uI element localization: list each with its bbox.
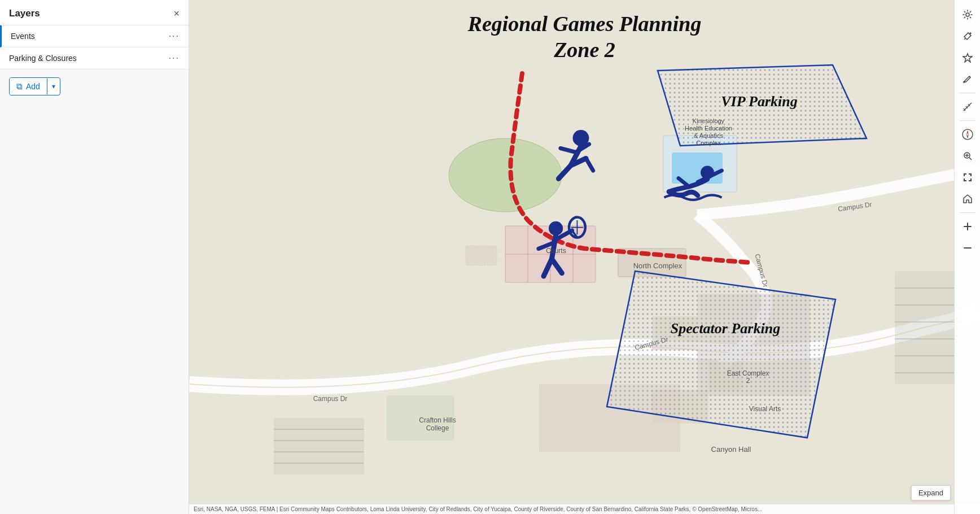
settings-button[interactable]: [957, 5, 978, 25]
tools-button[interactable]: [957, 26, 978, 46]
svg-rect-15: [466, 246, 497, 265]
add-layer-button[interactable]: ⧉ Add: [10, 78, 47, 95]
layer-label-events: Events: [11, 32, 35, 41]
layer-menu-events[interactable]: ···: [169, 31, 180, 41]
attribution-text: Esri, NASA, NGA, USGS, FEMA | Esri Commu…: [194, 506, 762, 512]
settings-icon: [963, 10, 973, 20]
plus-icon: [963, 221, 973, 232]
add-area: ⧉ Add ▾: [0, 69, 189, 103]
svg-text:2: 2: [746, 377, 750, 385]
zoom-plus-button[interactable]: [957, 216, 978, 237]
attribution-bar: Esri, NASA, NGA, USGS, FEMA | Esri Commu…: [189, 504, 980, 514]
measure-button[interactable]: [957, 97, 978, 117]
zoom-icon: [963, 151, 973, 161]
svg-text:Canyon Hall: Canyon Hall: [711, 445, 751, 454]
svg-line-70: [964, 38, 965, 40]
svg-text:Visual Arts: Visual Arts: [749, 405, 781, 413]
svg-text:VIP Parking: VIP Parking: [721, 93, 798, 110]
star-icon: [963, 53, 973, 63]
add-button-group: ⧉ Add ▾: [9, 77, 60, 95]
home-icon: [963, 194, 973, 204]
svg-text:Kinesiology: Kinesiology: [693, 117, 725, 124]
edit-button[interactable]: [957, 69, 978, 89]
svg-line-33: [561, 148, 576, 152]
svg-text:Spectator Parking: Spectator Parking: [671, 320, 780, 337]
expand-button[interactable]: Expand: [911, 485, 951, 500]
svg-point-1: [449, 138, 562, 212]
layer-item-events[interactable]: Events ···: [0, 25, 189, 47]
svg-text:Complex: Complex: [696, 140, 721, 146]
toolbar-separator-1: [960, 93, 975, 93]
svg-text:College: College: [426, 424, 449, 432]
map-svg: VIP Parking Spectator Parking Kinesiolog…: [189, 0, 980, 514]
sidebar: Layers × Events ··· Parking & Closures ·…: [0, 0, 189, 514]
compass-icon: [961, 128, 974, 141]
right-toolbar: [954, 0, 980, 514]
fullscreen-button[interactable]: [957, 167, 978, 188]
svg-line-37: [586, 158, 593, 171]
svg-text:North Complex: North Complex: [633, 262, 683, 270]
svg-marker-71: [963, 54, 972, 62]
measure-icon: [963, 102, 973, 112]
svg-text:Campus Dr: Campus Dr: [837, 201, 872, 213]
svg-point-69: [966, 13, 969, 16]
fullscreen-icon: [963, 172, 973, 182]
svg-text:& Aquatics: & Aquatics: [694, 132, 723, 139]
zoom-in-button[interactable]: [957, 146, 978, 166]
sidebar-title: Layers: [9, 8, 40, 19]
layer-item-parking[interactable]: Parking & Closures ···: [0, 47, 189, 69]
layers-icon: ⧉: [16, 81, 23, 92]
toolbar-separator-2: [960, 120, 975, 121]
toolbar-separator-3: [960, 212, 975, 213]
map-container[interactable]: VIP Parking Spectator Parking Kinesiolog…: [189, 0, 980, 514]
close-button[interactable]: ×: [173, 8, 180, 19]
svg-text:East Complex: East Complex: [727, 369, 769, 377]
layer-menu-parking[interactable]: ···: [169, 53, 180, 63]
svg-text:Courts: Courts: [546, 247, 566, 255]
svg-line-82: [969, 158, 972, 160]
compass-button[interactable]: [957, 124, 978, 145]
add-label: Add: [26, 82, 40, 91]
svg-text:Campus Dr: Campus Dr: [313, 395, 348, 403]
layer-label-parking: Parking & Closures: [9, 54, 77, 63]
tools-icon: [963, 31, 973, 41]
svg-text:Health Education: Health Education: [685, 125, 732, 132]
svg-rect-17: [274, 418, 364, 474]
add-dropdown-button[interactable]: ▾: [47, 79, 60, 94]
zoom-minus-button[interactable]: [957, 238, 978, 258]
sidebar-header: Layers ×: [0, 0, 189, 25]
home-button[interactable]: [957, 189, 978, 209]
minus-icon: [963, 243, 973, 253]
pencil-icon: [963, 74, 973, 84]
svg-text:Crafton Hills: Crafton Hills: [419, 416, 456, 424]
bookmark-button[interactable]: [957, 47, 978, 68]
